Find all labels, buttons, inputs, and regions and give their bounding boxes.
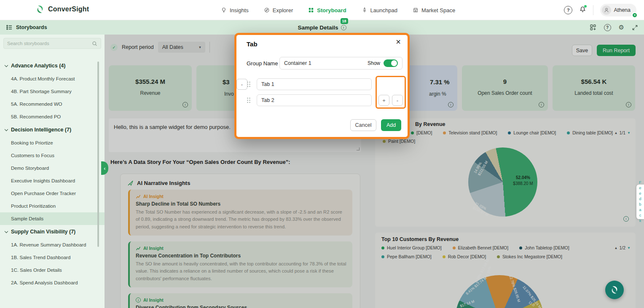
legend-item[interactable]: Dining table [DEMO] <box>567 130 613 135</box>
info-icon[interactable]: i <box>539 102 544 107</box>
date-range-dropdown[interactable]: All Dates ▾ <box>158 42 205 53</box>
tab-row-2 <box>247 94 372 106</box>
nav-launchpad[interactable]: Launchpad <box>362 7 397 13</box>
chevron-down-icon <box>5 229 8 233</box>
sidebar-item[interactable]: 4B. Part Shortage Summary <box>0 85 105 98</box>
report-period-checkbox[interactable]: ✓ <box>110 44 118 51</box>
lightbulb-icon <box>221 7 227 13</box>
sidebar-item[interactable]: 1B. Sales Trend Dashboard <box>0 251 105 264</box>
drag-handle-icon[interactable] <box>247 97 251 104</box>
sidebar-item[interactable]: 1A. Revenue Summary Dashboard <box>0 238 105 251</box>
sidebar-item[interactable]: 5B. Recommended PO <box>0 110 105 123</box>
sidebar-item[interactable]: Executive Insights Dashboard <box>0 174 105 187</box>
sidebar-scrollbar[interactable] <box>97 62 99 247</box>
user-name: Athena <box>614 7 631 13</box>
legend-dot <box>381 246 384 249</box>
info-icon[interactable]: i <box>626 102 631 107</box>
sidebar-group-advance-analytics[interactable]: Advance Analytics (4) <box>0 59 105 72</box>
athena-chat-button[interactable] <box>605 281 624 299</box>
sidebar-item[interactable]: 4A. Product Monthly Forecast <box>0 72 105 85</box>
info-icon[interactable]: i <box>448 102 453 107</box>
page-title: Sample Details i <box>0 20 644 35</box>
info-icon[interactable]: i <box>182 102 188 107</box>
sidebar-group-supply-chain-visibility[interactable]: Supply Chain Visibility (7) <box>0 225 105 238</box>
tab-2-input[interactable] <box>257 94 372 106</box>
legend-item[interactable]: Elizabeth Bennet [DEMO] <box>453 245 509 250</box>
settings-gear-icon[interactable]: ⚙ <box>619 24 624 31</box>
widgets-icon[interactable] <box>590 24 596 31</box>
sidebar-group-decision-intelligence[interactable]: Decision Intelligence (7) <box>0 123 105 137</box>
search-icon[interactable] <box>92 41 97 46</box>
sidebar-item-sample-details[interactable]: Sample Details <box>0 212 105 225</box>
sidebar-item[interactable]: Booking to Priortize <box>0 137 105 149</box>
legend-item[interactable]: John Tabletop [DEMO] <box>519 245 569 250</box>
run-report-button[interactable]: Run Report <box>597 45 636 56</box>
legend-item[interactable]: Pepe Ballham [DEMO] <box>381 254 432 259</box>
panel-title: By Revenue <box>415 121 445 127</box>
nav-explorer[interactable]: Explorer <box>264 7 293 13</box>
group-name-input[interactable]: Container 1 Show <box>279 57 402 70</box>
conversight-logo-icon <box>35 5 45 14</box>
page-indicator: 1/1 <box>619 130 625 135</box>
legend-item[interactable]: Paint [DEMO] <box>383 139 415 144</box>
nav-market-space[interactable]: Market Space <box>413 7 455 13</box>
legend-row: Paint [DEMO] <box>383 139 415 144</box>
top-products-panel: By Revenue [DEMO] Television stand [DEMO… <box>375 118 636 227</box>
sidebar-item[interactable]: Open Purchase Order Tracker <box>0 187 105 200</box>
report-actions: Save Run Report <box>572 45 636 56</box>
sidebar-item[interactable]: 2A. Spend Analysis Dashboard <box>0 276 105 289</box>
info-icon[interactable]: i <box>623 216 629 222</box>
rocket-icon <box>362 7 368 13</box>
nav-insights[interactable]: Insights <box>221 7 249 13</box>
sidebar-item[interactable]: Product Prioritization <box>0 200 105 212</box>
insight-title: Diverse Contribution from Secondary Sour… <box>136 305 346 308</box>
ai-insight-card: AI Insight Sharp Decline in Total SO Num… <box>128 190 352 236</box>
legend-item[interactable]: Television stand [DEMO] <box>443 130 497 135</box>
notifications-button[interactable] <box>579 6 586 15</box>
sidebar-item[interactable]: Customers to Focus <box>0 149 105 162</box>
help-icon[interactable]: ? <box>604 24 611 31</box>
add-button[interactable]: Add <box>381 119 401 131</box>
feedback-tab[interactable]: Feedback <box>636 185 644 219</box>
page-down-icon[interactable]: ▼ <box>627 131 631 135</box>
sidebar-item[interactable]: Demo Storyboard <box>0 162 105 174</box>
sidebar-item[interactable]: 1C. Sales Order Details <box>0 264 105 276</box>
search-input[interactable] <box>7 41 92 46</box>
legend-item[interactable]: Rob Decor [DEMO] <box>443 254 486 259</box>
expand-icon[interactable] <box>632 24 638 31</box>
nav-label: Market Space <box>421 7 455 13</box>
sidebar-item[interactable]: 5A. Recommended WO <box>0 98 105 110</box>
page-up-icon[interactable]: ▲ <box>614 131 618 135</box>
legend-dot <box>443 131 446 134</box>
storyboard-search[interactable] <box>3 38 101 49</box>
page-down-icon[interactable]: ▼ <box>627 246 631 250</box>
storyboard-grid-icon <box>308 7 314 13</box>
page-up-icon[interactable]: ▲ <box>614 246 618 250</box>
insight-title: Sharp Decline in Total SO Numbers <box>136 201 346 207</box>
show-toggle[interactable] <box>384 59 398 67</box>
legend-label: Stokes Inc Megastore [DEMO] <box>502 254 562 259</box>
resize-handle[interactable] <box>357 147 360 150</box>
tab-1-input[interactable] <box>257 78 372 90</box>
close-icon[interactable]: × <box>396 37 401 46</box>
legend-item[interactable]: Huel Interior Group [DEMO] <box>381 245 442 250</box>
remove-tab-1-button[interactable]: - <box>236 79 247 90</box>
storyboard-count-badge: 18 <box>341 18 348 24</box>
remove-tab-2-button[interactable]: - <box>392 95 403 106</box>
add-tab-2-button[interactable]: + <box>378 95 389 106</box>
brand[interactable]: ConverSight <box>35 5 89 14</box>
item-label: 1B. Sales Trend Dashboard <box>11 255 70 260</box>
save-button[interactable]: Save <box>572 45 592 56</box>
nav-label: Launchpad <box>370 7 397 13</box>
cancel-button[interactable]: Cancel <box>350 119 376 131</box>
legend-item[interactable]: Lounge chair [DEMO] <box>508 130 556 135</box>
title-info-icon[interactable]: i <box>341 25 346 30</box>
user-menu[interactable]: Athena ▾ <box>600 4 636 16</box>
ai-insight-tag: i AI Insight <box>136 297 346 303</box>
app: ConverSight Insights Explorer Storyboard… <box>0 0 644 308</box>
help-icon[interactable]: ? <box>564 6 572 14</box>
nav-storyboard[interactable]: Storyboard 18 <box>308 7 346 13</box>
notification-dot <box>584 5 587 8</box>
legend-item[interactable]: Stokes Inc Megastore [DEMO] <box>497 254 562 259</box>
legend-item[interactable]: [DEMO] <box>411 130 432 135</box>
